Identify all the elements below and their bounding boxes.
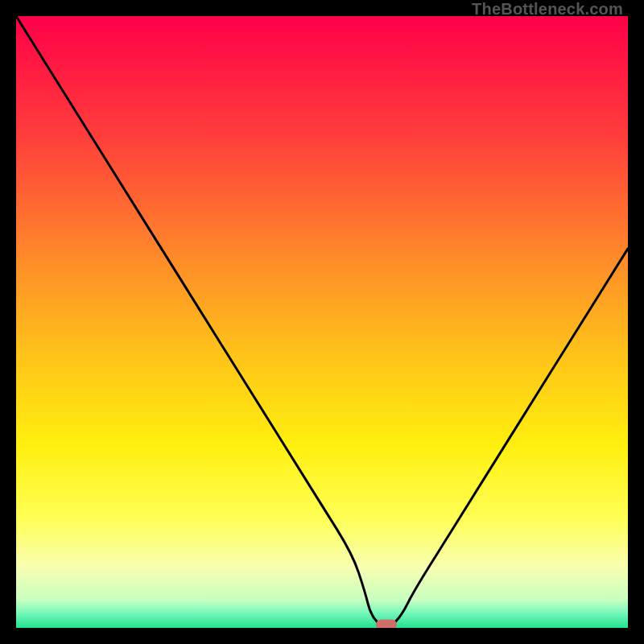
chart-frame: TheBottleneck.com (0, 0, 644, 644)
watermark-text: TheBottleneck.com (472, 0, 623, 19)
optimal-marker (376, 620, 397, 628)
bottleneck-curve (16, 16, 628, 628)
plot-area (16, 16, 628, 628)
